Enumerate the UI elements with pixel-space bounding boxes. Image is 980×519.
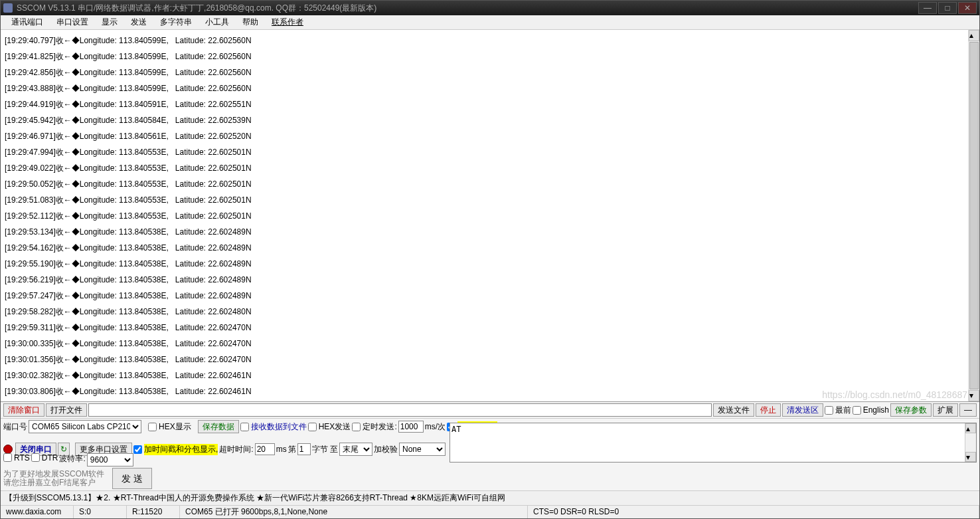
dtr-label: DTR — [42, 453, 58, 463]
terminal-line: [19:29:46.971]收←◆Longitude: 113.840561E,… — [5, 128, 975, 144]
send-file-button[interactable]: 发送文件 — [713, 403, 754, 417]
rts-label: RTS — [14, 453, 30, 463]
terminal-line: [19:29:49.022]收←◆Longitude: 113.840553E,… — [5, 160, 975, 176]
open-file-button[interactable]: 打开文件 — [46, 403, 87, 417]
menu-help[interactable]: 帮助 — [236, 15, 265, 29]
titlebar[interactable]: SSCOM V5.13.1 串口/网络数据调试器,作者:大虾丁丁,2618058… — [1, 1, 979, 15]
app-icon — [3, 3, 13, 13]
interval-input[interactable] — [398, 421, 424, 433]
menu-display[interactable]: 显示 — [95, 15, 124, 29]
menu-multistring[interactable]: 多字符串 — [153, 15, 199, 29]
english-checkbox[interactable] — [853, 406, 861, 415]
recv-to-file-checkbox[interactable] — [240, 423, 249, 431]
clear-send-button[interactable]: 清发送区 — [782, 403, 823, 417]
terminal-line: [19:29:52.112]收←◆Longitude: 113.840553E,… — [5, 208, 975, 224]
byte-from-input[interactable] — [297, 443, 311, 455]
timeout-input[interactable] — [255, 443, 275, 455]
terminal-line: [19:29:42.856]收←◆Longitude: 113.840599E,… — [5, 64, 975, 80]
front-checkbox[interactable] — [825, 406, 833, 415]
terminal-line: [19:29:40.797]收←◆Longitude: 113.840599E,… — [5, 33, 975, 49]
terminal-line: [19:29:55.190]收←◆Longitude: 113.840538E,… — [5, 256, 975, 272]
minimize-button[interactable]: — — [918, 2, 937, 14]
record-icon — [3, 445, 13, 454]
hex-display-label: HEX显示 — [159, 421, 191, 433]
byte-to-select[interactable]: 末尾 — [339, 443, 372, 456]
status-received: R:11520 — [127, 506, 180, 518]
port-label: 端口号 — [3, 421, 27, 433]
terminal-line: [19:30:01.356]收←◆Longitude: 113.840538E,… — [5, 352, 975, 367]
timeout-unit-label: ms — [276, 445, 287, 454]
hex-display-checkbox[interactable] — [148, 423, 157, 431]
terminal-line: [19:30:00.335]收←◆Longitude: 113.840538E,… — [5, 336, 975, 352]
terminal-line: [19:29:45.942]收←◆Longitude: 113.840584E,… — [5, 112, 975, 128]
terminal-line: [19:29:47.994]收←◆Longitude: 113.840553E,… — [5, 144, 975, 160]
send-button[interactable]: 发 送 — [112, 468, 152, 489]
front-label: 最前 — [835, 405, 851, 416]
expand-button[interactable]: 扩展 — [933, 403, 958, 417]
timed-send-checkbox[interactable] — [352, 423, 361, 431]
hex-send-label: HEX发送 — [319, 421, 351, 433]
terminal-line: [19:29:51.083]收←◆Longitude: 113.840553E,… — [5, 192, 975, 208]
status-signals: CTS=0 DSR=0 RLSD=0 — [528, 506, 979, 518]
status-sent: S:0 — [74, 506, 127, 518]
send-scrollbar[interactable]: ▴ ▾ — [965, 423, 976, 462]
terminal-output[interactable]: [19:29:40.797]收←◆Longitude: 113.840599E,… — [1, 30, 979, 401]
terminal-line: [19:29:41.825]收←◆Longitude: 113.840599E,… — [5, 49, 975, 64]
checksum-select[interactable]: None — [399, 443, 446, 456]
byte-to-label: 字节 至 — [312, 444, 338, 455]
vertical-scrollbar[interactable]: ▴ ▾ — [968, 30, 979, 401]
terminal-line: [19:29:56.219]收←◆Longitude: 113.840538E,… — [5, 272, 975, 288]
dtr-checkbox[interactable] — [31, 453, 40, 462]
send-text-input[interactable] — [451, 425, 975, 461]
collapse-button[interactable]: — — [959, 403, 977, 417]
interval-unit-label: ms/次 — [425, 421, 446, 433]
save-data-button[interactable]: 保存数据 — [198, 420, 239, 433]
timestamp-checkbox[interactable] — [133, 445, 142, 454]
menu-serial-settings[interactable]: 串口设置 — [50, 15, 95, 29]
hex-send-checkbox[interactable] — [308, 423, 317, 431]
terminal-line: [19:29:57.247]收←◆Longitude: 113.840538E,… — [5, 288, 975, 304]
terminal-line: [19:29:50.052]收←◆Longitude: 113.840553E,… — [5, 176, 975, 192]
terminal-line: [19:29:43.888]收←◆Longitude: 113.840599E,… — [5, 80, 975, 96]
maximize-button[interactable]: □ — [938, 2, 957, 14]
statusbar: www.daxia.com S:0 R:11520 COM65 已打开 9600… — [1, 505, 979, 518]
timed-send-label: 定时发送: — [363, 421, 396, 433]
timestamp-label: 加时间戳和分包显示, — [144, 444, 218, 455]
close-button[interactable]: ✕ — [958, 2, 977, 14]
terminal-line: [19:30:02.382]收←◆Longitude: 113.840538E,… — [5, 367, 975, 383]
terminal-line: [19:29:59.311]收←◆Longitude: 113.840538E,… — [5, 320, 975, 336]
english-label: English — [863, 405, 889, 415]
baud-select[interactable]: 9600 — [87, 453, 133, 467]
menu-port[interactable]: 通讯端口 — [5, 15, 50, 29]
scroll-up-icon[interactable]: ▴ — [969, 30, 979, 41]
baud-label: 波特率: — [59, 453, 85, 465]
port-select[interactable]: COM65 Silicon Labs CP210x — [29, 420, 141, 433]
footer-promo: 【升级到SSCOM5.13.1】★2. ★RT-Thread中国人的开源免费操作… — [1, 490, 979, 505]
window-title: SSCOM V5.13.1 串口/网络数据调试器,作者:大虾丁丁,2618058… — [17, 3, 917, 14]
clear-window-button[interactable]: 清除窗口 — [3, 403, 44, 417]
checksum-label: 加校验 — [374, 444, 398, 455]
rts-checkbox[interactable] — [3, 453, 12, 462]
status-url: www.daxia.com — [1, 506, 74, 518]
terminal-line: [19:29:44.919]收←◆Longitude: 113.840591E,… — [5, 96, 975, 112]
timeout-label: 超时时间: — [219, 444, 253, 455]
stop-button[interactable]: 停止 — [756, 403, 781, 417]
save-params-button[interactable]: 保存参数 — [890, 403, 932, 417]
menu-tools[interactable]: 小工具 — [199, 15, 236, 29]
menubar: 通讯端口 串口设置 显示 发送 多字符串 小工具 帮助 联系作者 — [1, 15, 979, 30]
send-scroll-up-icon[interactable]: ▴ — [965, 423, 976, 433]
menu-contact[interactable]: 联系作者 — [265, 15, 310, 29]
byte-from-label: 第 — [288, 444, 296, 455]
terminal-line: [19:30:03.806]收←◆Longitude: 113.840538E,… — [5, 383, 975, 399]
status-port: COM65 已打开 9600bps,8,1,None,None — [180, 506, 528, 518]
terminal-line: [19:29:58.282]收←◆Longitude: 113.840538E,… — [5, 304, 975, 320]
scroll-down-icon[interactable]: ▾ — [969, 390, 979, 401]
recv-to-file-label: 接收数据到文件 — [251, 421, 307, 433]
terminal-line: [19:29:53.134]收←◆Longitude: 113.840538E,… — [5, 224, 975, 240]
menu-send[interactable]: 发送 — [124, 15, 153, 29]
send-scroll-down-icon[interactable]: ▾ — [965, 452, 976, 462]
promo-note: 为了更好地发展SSCOM软件 请您注册嘉立创F结尾客户 — [3, 470, 104, 487]
terminal-line: [19:29:54.162]收←◆Longitude: 113.840538E,… — [5, 240, 975, 256]
scrollbar-thumb[interactable] — [969, 42, 979, 389]
file-path-input[interactable] — [88, 403, 712, 417]
